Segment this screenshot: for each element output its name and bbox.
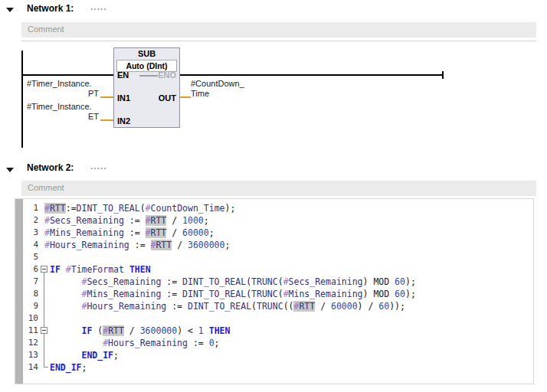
fold-scope-line bbox=[44, 273, 44, 368]
line-number: 12 bbox=[15, 338, 38, 348]
line-number: 8 bbox=[15, 289, 38, 299]
code-text: #Hours_Remaining := 0; bbox=[44, 337, 220, 349]
operand-in2[interactable]: #Timer_Instance. ET bbox=[27, 102, 99, 122]
scl-code-editor[interactable]: 1#RTT:=DINT_TO_REAL(#CountDown_Time);2#S… bbox=[15, 198, 534, 384]
pin-out: OUT bbox=[159, 93, 176, 103]
line-number: 9 bbox=[15, 301, 38, 311]
line-number: 3 bbox=[15, 227, 38, 237]
code-text: #Secs_Remaining := DINT_TO_REAL(TRUNC(#S… bbox=[44, 276, 416, 288]
code-line[interactable]: 5 bbox=[15, 251, 533, 263]
line-number: 2 bbox=[15, 215, 38, 225]
pin-en: EN bbox=[117, 70, 129, 80]
code-text: #Mins_Remaining := #RTT / 60000; bbox=[44, 227, 215, 239]
code-lines: 1#RTT:=DINT_TO_REAL(#CountDown_Time);2#S… bbox=[15, 202, 533, 374]
line-number: 13 bbox=[15, 350, 38, 360]
code-text: END_IF; bbox=[50, 361, 87, 374]
code-line[interactable]: 12 #Hours_Remaining := 0; bbox=[15, 337, 533, 349]
comment-placeholder: Comment bbox=[28, 24, 64, 34]
code-line[interactable]: 2#Secs_Remaining := #RTT / 1000; bbox=[15, 214, 533, 227]
pin-eno: ENO bbox=[158, 70, 176, 80]
code-line[interactable]: 13 END_IF; bbox=[15, 349, 533, 361]
line-number: 4 bbox=[15, 240, 38, 250]
code-text: IF #TimeFormat THEN bbox=[50, 263, 151, 276]
code-line[interactable]: 7 #Secs_Remaining := DINT_TO_REAL(TRUNC(… bbox=[15, 276, 533, 288]
en-eno-link bbox=[139, 75, 158, 77]
rung-end-tick bbox=[442, 71, 444, 79]
code-text: #Hours_Remaining := DINT_TO_REAL(TRUNC((… bbox=[44, 300, 405, 312]
code-line[interactable]: 1#RTT:=DINT_TO_REAL(#CountDown_Time); bbox=[15, 202, 533, 214]
network-1-header[interactable]: Network 1: ..... bbox=[0, 2, 547, 18]
power-rail bbox=[21, 51, 23, 148]
network-1-title-placeholder[interactable]: ..... bbox=[90, 2, 107, 12]
code-text: #Mins_Remaining := DINT_TO_REAL(TRUNC(#M… bbox=[44, 288, 416, 300]
line-number: 11 bbox=[15, 325, 38, 335]
line-number: 6 bbox=[15, 264, 38, 274]
network-2-title: Network 2: bbox=[27, 162, 74, 173]
line-number: 1 bbox=[15, 203, 38, 213]
wire-in2 bbox=[100, 119, 113, 121]
tia-portal-program-editor: Network 1: ..... Comment SUB Auto (DInt)… bbox=[0, 0, 547, 392]
fold-scope-corner bbox=[44, 367, 48, 368]
line-number: 7 bbox=[15, 276, 38, 286]
operand-out[interactable]: #CountDown_ Time bbox=[191, 79, 252, 99]
code-text: #Hours_Remaining := #RTT / 3600000; bbox=[44, 239, 230, 251]
network-2-title-placeholder[interactable]: ..... bbox=[90, 161, 107, 172]
rung-wire-right bbox=[180, 74, 443, 76]
code-text: IF (#RTT / 3600000) < 1 THEN bbox=[44, 325, 230, 337]
code-line[interactable]: 9 #Hours_Remaining := DINT_TO_REAL(TRUNC… bbox=[15, 300, 533, 312]
collapse-triangle-icon[interactable] bbox=[6, 8, 14, 12]
pin-in2: IN2 bbox=[117, 116, 130, 126]
wire-in1 bbox=[100, 96, 113, 98]
code-line[interactable]: 4#Hours_Remaining := #RTT / 3600000; bbox=[15, 239, 533, 251]
line-number: 5 bbox=[15, 252, 38, 262]
fold-collapse-box[interactable] bbox=[41, 327, 47, 334]
code-line[interactable]: 14END_IF; bbox=[15, 361, 533, 374]
network-2-comment-field[interactable]: Comment bbox=[21, 181, 536, 196]
code-text: END_IF; bbox=[44, 349, 119, 361]
fold-collapse-box[interactable] bbox=[41, 266, 47, 273]
divider bbox=[21, 41, 536, 41]
line-number: 14 bbox=[15, 362, 38, 372]
collapse-triangle-icon[interactable] bbox=[6, 168, 14, 172]
code-line[interactable]: 10 bbox=[15, 312, 533, 325]
code-line[interactable]: 3#Mins_Remaining := #RTT / 60000; bbox=[15, 227, 533, 239]
code-text: #Secs_Remaining := #RTT / 1000; bbox=[44, 214, 209, 227]
code-line[interactable]: 8 #Mins_Remaining := DINT_TO_REAL(TRUNC(… bbox=[15, 288, 533, 300]
network-2-header[interactable]: Network 2: ..... bbox=[0, 161, 547, 178]
pin-in1: IN1 bbox=[117, 93, 130, 103]
block-title: SUB bbox=[114, 49, 179, 58]
wire-out bbox=[180, 96, 191, 98]
comment-placeholder: Comment bbox=[28, 183, 64, 192]
sub-instruction-block[interactable]: SUB Auto (DInt) EN ENO IN1 OUT IN2 bbox=[113, 47, 180, 128]
code-line[interactable]: 6IF #TimeFormat THEN bbox=[15, 263, 533, 276]
code-line[interactable]: 11 IF (#RTT / 3600000) < 1 THEN bbox=[15, 325, 533, 337]
line-number: 10 bbox=[15, 313, 38, 323]
network-1-title: Network 1: bbox=[27, 3, 74, 14]
network-1-comment-field[interactable]: Comment bbox=[21, 22, 536, 38]
rung-wire-left bbox=[21, 74, 113, 76]
code-text: #RTT:=DINT_TO_REAL(#CountDown_Time); bbox=[44, 202, 235, 214]
operand-in1[interactable]: #Timer_Instance. PT bbox=[27, 79, 99, 99]
